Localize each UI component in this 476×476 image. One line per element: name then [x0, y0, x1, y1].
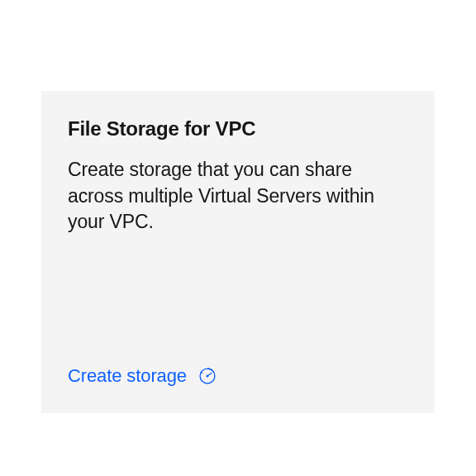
create-storage-link[interactable]: Create storage [68, 365, 187, 387]
svg-point-3 [201, 372, 202, 374]
card-footer: Create storage [68, 365, 408, 387]
card-description: Create storage that you can share across… [68, 157, 408, 236]
file-storage-card: File Storage for VPC Create storage that… [41, 91, 435, 413]
meter-icon [198, 367, 217, 385]
svg-point-2 [206, 374, 208, 377]
card-title: File Storage for VPC [68, 117, 408, 140]
